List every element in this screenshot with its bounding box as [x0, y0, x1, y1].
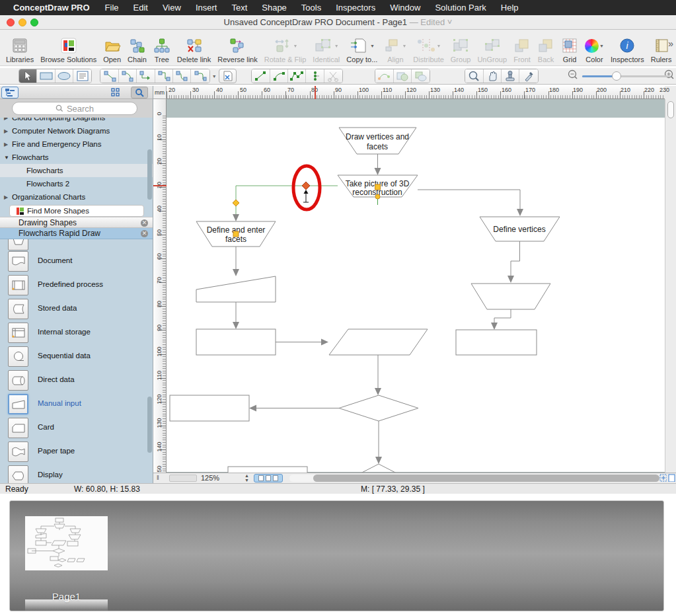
menu-text[interactable]: Text [224, 3, 254, 13]
open-button[interactable]: Open [100, 36, 124, 63]
magnifier-tool-button[interactable] [465, 69, 483, 83]
menu-shape[interactable]: Shape [254, 3, 294, 13]
toolbar-overflow-chevron[interactable]: » [668, 38, 672, 49]
search-input[interactable]: Search [12, 102, 137, 115]
pan-hand-tool-button[interactable] [484, 69, 502, 83]
flowchart-node-draw-vertices[interactable]: Draw vertices and facets [339, 128, 416, 154]
menu-window[interactable]: Window [383, 3, 428, 13]
grid-button[interactable]: Grid [558, 36, 582, 63]
tree-item-organizational-charts[interactable]: ▶Organizational Charts [0, 190, 153, 204]
tree-item-flowcharts[interactable]: Flowcharts [0, 164, 153, 177]
shape-item-internal-storage[interactable]: Internal storage [0, 321, 153, 345]
shape-item-sequential-data[interactable]: Sequential data [0, 345, 153, 369]
tree-scrollbar-thumb[interactable] [147, 149, 152, 200]
tree-item-cloud-computing[interactable]: ▶Cloud Computing Diagrams [0, 118, 153, 124]
text-tool-button[interactable] [73, 69, 91, 83]
ruler-units-box[interactable]: mm [153, 86, 167, 99]
svg-text:Define vertices: Define vertices [493, 225, 545, 234]
shape-item-stored-data[interactable]: Stored data [0, 297, 153, 321]
shape-item-predefined-process[interactable]: Predefined process [0, 274, 153, 297]
shape-item-direct-data[interactable]: Direct data [0, 369, 153, 393]
arc-tool-button[interactable] [270, 69, 288, 83]
flowchart-node-empty-rect-right[interactable] [456, 330, 537, 355]
insert-point-tool-button[interactable] [306, 69, 324, 83]
menu-insert[interactable]: Insert [188, 3, 225, 13]
menu-file[interactable]: File [98, 3, 126, 13]
stamp-tool-button[interactable] [502, 69, 519, 83]
find-more-shapes-button[interactable]: Find More Shapes [9, 205, 144, 217]
fit-page-icon[interactable] [659, 474, 667, 482]
tree-item-flowcharts-parent[interactable]: ▼Flowcharts [0, 151, 153, 164]
flowchart-node-parallelogram[interactable] [329, 329, 428, 355]
curve-connector-tool-button[interactable] [173, 69, 191, 83]
window-title: Unsaved ConceptDraw PRO Document - Page1… [0, 17, 676, 27]
browse-solutions-button[interactable]: Browse Solutions [37, 36, 100, 63]
single-page-icon[interactable] [668, 474, 675, 482]
shape-item-manual-input[interactable]: Manual input [0, 393, 153, 416]
zoom-stepper[interactable]: ▲▼ [244, 473, 249, 482]
sidebar-search-button[interactable] [131, 87, 148, 98]
flowchart-node-manual-input[interactable] [196, 276, 276, 302]
horizontal-scrollbar-thumb[interactable] [313, 475, 659, 482]
panel-flowcharts-rapid-draw[interactable]: Flowcharts Rapid Draw ✕ [0, 228, 153, 239]
tree-item-computer-network[interactable]: ▶Computer Network Diagrams [0, 124, 153, 137]
shape-item-card[interactable]: Card [0, 416, 153, 440]
shape-list-scrollbar-thumb[interactable] [147, 397, 152, 453]
arc-connector-tool-button[interactable] [119, 69, 137, 83]
shape-item-document[interactable]: Document [0, 250, 153, 274]
flowchart-node-empty-rect-left[interactable] [170, 395, 249, 421]
rightangle-connector-tool-button[interactable] [155, 69, 173, 83]
reverse-link-button[interactable]: Reverse link [214, 36, 261, 63]
zoom-slider-knob[interactable] [612, 71, 621, 81]
smart-connector-tool-button[interactable] [137, 69, 155, 83]
tree-item-flowcharts-2[interactable]: Flowcharts 2 [0, 177, 153, 190]
inspectors-button[interactable]: i Inspectors [607, 36, 648, 63]
vertical-scrollbar[interactable] [665, 99, 676, 473]
flowchart-diagram[interactable]: Draw vertices and facets Take picture of… [167, 99, 665, 473]
flowchart-node-empty-rect-mid[interactable] [196, 329, 276, 355]
tree-button[interactable]: Tree [150, 36, 174, 63]
zoom-slider[interactable] [582, 71, 660, 81]
edited-dropdown[interactable]: Edited ˅ [420, 17, 452, 27]
menu-solution-park[interactable]: Solution Park [428, 3, 493, 13]
tree-item-fire-emergency[interactable]: ▶Fire and Emergency Plans [0, 137, 153, 151]
close-drawing-shapes-icon[interactable]: ✕ [141, 219, 148, 227]
color-button[interactable]: ▼ Color [582, 36, 607, 63]
boolean-union-tool-button [394, 69, 412, 83]
zoom-out-icon[interactable] [566, 69, 580, 83]
delete-shape-tool-button[interactable] [219, 69, 237, 83]
copy-to-button[interactable]: ▼ Copy to... [343, 36, 381, 63]
line-tool-button[interactable] [252, 69, 270, 83]
menu-tools[interactable]: Tools [294, 3, 328, 13]
menu-inspectors[interactable]: Inspectors [328, 3, 383, 13]
delete-link-button[interactable]: Delete link [174, 36, 214, 63]
menu-help[interactable]: Help [494, 3, 526, 13]
sidebar-grid-view-button[interactable] [107, 87, 124, 98]
select-tool-button[interactable] [19, 69, 37, 83]
horizontal-scrollbar[interactable] [289, 475, 661, 482]
eyedropper-tool-button[interactable] [519, 69, 537, 83]
rounded-connector-tool-button[interactable] [191, 69, 209, 83]
menu-app-name[interactable]: ConceptDraw PRO [12, 3, 98, 13]
document-scroll-area[interactable]: Draw vertices and facets Take picture of… [167, 99, 665, 473]
menu-edit[interactable]: Edit [126, 3, 155, 13]
chain-button[interactable]: Chain [124, 36, 150, 63]
polyline-tool-button[interactable] [288, 69, 306, 83]
page-thumbnail[interactable] [25, 516, 108, 570]
shape-item-paper-tape[interactable]: Paper tape [0, 440, 153, 464]
connector-dropdown-arrow[interactable]: ▼ [212, 74, 217, 79]
page-navigation-buttons[interactable] [254, 474, 283, 482]
sidebar-tree-view-button[interactable] [1, 87, 19, 98]
flowchart-node-define-vertices[interactable]: Define vertices [480, 217, 560, 241]
close-rapid-draw-icon[interactable]: ✕ [141, 230, 148, 237]
panel-drawing-shapes[interactable]: Drawing Shapes ✕ [0, 217, 153, 228]
direct-connector-tool-button[interactable] [100, 69, 118, 83]
zoom-level-label[interactable]: 125% [201, 474, 219, 482]
libraries-button[interactable]: Libraries [3, 36, 37, 63]
ellipse-tool-button[interactable] [56, 69, 73, 83]
menu-view[interactable]: View [155, 3, 188, 13]
vertical-scrollbar-thumb[interactable] [667, 101, 674, 118]
rectangle-tool-button[interactable] [37, 69, 55, 83]
flowchart-node-empty-trapezoid[interactable] [471, 284, 550, 309]
flowchart-node-decision-diamond[interactable] [339, 395, 418, 421]
